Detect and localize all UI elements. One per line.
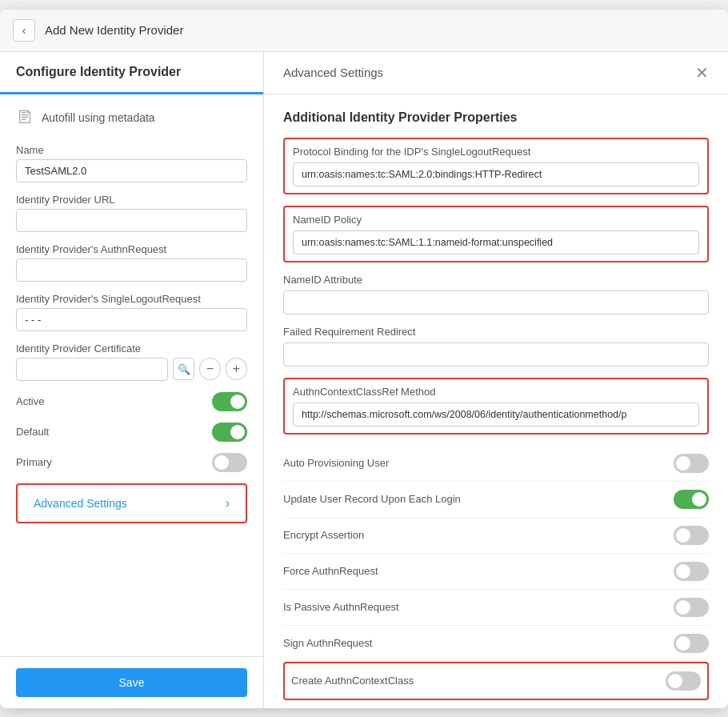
authn-request-input[interactable]	[16, 258, 247, 282]
primary-toggle-row: Primary	[16, 453, 247, 472]
right-toggle-3[interactable]	[674, 562, 709, 581]
left-panel-header: Configure Identity Provider	[0, 52, 263, 94]
right-toggle-row: Update User Record Upon Each Login	[283, 482, 709, 518]
primary-label: Primary	[16, 456, 52, 468]
active-toggle[interactable]	[212, 392, 247, 411]
cert-search-button[interactable]: 🔍	[173, 358, 194, 380]
save-button[interactable]: Save	[16, 668, 247, 697]
failed-redirect-input[interactable]	[283, 342, 709, 367]
right-panel-content: Additional Identity Provider Properties …	[264, 94, 728, 708]
right-toggle-row: Create AuthnContextClass	[283, 662, 709, 700]
slo-request-field-group: Identity Provider's SingleLogoutRequest	[16, 293, 247, 331]
modal-title: Add New Identity Provider	[45, 23, 183, 37]
primary-toggle-slider	[212, 453, 247, 472]
nameid-policy-field-group: NameID Policy	[283, 206, 709, 262]
toggle-slider	[674, 454, 709, 473]
right-toggle-4[interactable]	[674, 598, 709, 617]
right-toggle-row: Encrypt Assertion	[283, 518, 709, 554]
cert-field-group: Identity Provider Certificate 🔍 − +	[16, 342, 247, 381]
cert-minus-button[interactable]: −	[199, 358, 221, 380]
right-toggle-label: Create AuthnContextClass	[291, 675, 414, 687]
autofill-icon: 🖹	[16, 107, 34, 128]
left-panel-content: 🖹 Autofill using metadata Name Identity …	[0, 94, 263, 656]
modal-container: ‹ Add New Identity Provider Configure Id…	[0, 10, 728, 708]
right-toggle-row: Force AuthnRequest	[283, 554, 709, 590]
left-panel-title: Configure Identity Provider	[16, 65, 181, 78]
right-toggle-1[interactable]	[674, 490, 709, 509]
nameid-policy-input[interactable]	[293, 230, 699, 254]
left-panel: Configure Identity Provider 🖹 Autofill u…	[0, 52, 264, 708]
primary-toggle[interactable]	[212, 453, 247, 472]
authn-context-field-group: AuthnContextClassRef Method	[283, 378, 709, 435]
back-button[interactable]: ‹	[13, 19, 35, 42]
cert-label: Identity Provider Certificate	[16, 342, 247, 354]
default-toggle[interactable]	[212, 423, 247, 442]
right-toggle-label: Is Passive AuthnRequest	[283, 601, 399, 613]
nameid-policy-label: NameID Policy	[293, 214, 699, 226]
toggle-slider	[674, 598, 709, 617]
right-toggle-label: Force AuthnRequest	[283, 565, 378, 577]
authn-context-input[interactable]	[293, 403, 699, 427]
right-panel-title: Advanced Settings	[283, 66, 383, 79]
failed-redirect-field-group: Failed Requirement Redirect	[283, 326, 709, 367]
right-toggle-2[interactable]	[674, 526, 709, 545]
slo-request-input[interactable]	[16, 308, 247, 331]
failed-redirect-label: Failed Requirement Redirect	[283, 326, 709, 338]
authn-request-label: Identity Provider's AuthnRequest	[16, 243, 247, 255]
authn-context-label: AuthnContextClassRef Method	[293, 386, 699, 398]
cert-input[interactable]	[16, 358, 168, 381]
autofill-row[interactable]: 🖹 Autofill using metadata	[16, 107, 247, 128]
section-title: Additional Identity Provider Properties	[283, 110, 709, 125]
toggle-slider	[674, 490, 709, 509]
protocol-binding-field-group: Protocol Binding for the IDP's SingleLog…	[283, 138, 709, 194]
right-panel-header: Advanced Settings ✕	[264, 52, 728, 94]
right-toggle-label: Auto Provisioning User	[283, 457, 389, 469]
right-toggle-0[interactable]	[674, 454, 709, 473]
name-field-group: Name	[16, 144, 247, 182]
protocol-binding-input[interactable]	[293, 162, 699, 186]
toggle-slider	[674, 526, 709, 545]
left-panel-footer: Save	[0, 656, 263, 708]
idp-url-label: Identity Provider URL	[16, 194, 247, 206]
modal-header: ‹ Add New Identity Provider	[0, 10, 728, 52]
right-toggles: Auto Provisioning UserUpdate User Record…	[283, 446, 709, 700]
default-label: Default	[16, 426, 49, 438]
idp-url-field-group: Identity Provider URL	[16, 194, 247, 232]
name-label: Name	[16, 144, 247, 156]
right-panel: Advanced Settings ✕ Additional Identity …	[264, 52, 728, 708]
right-toggle-label: Update User Record Upon Each Login	[283, 493, 461, 505]
slo-request-label: Identity Provider's SingleLogoutRequest	[16, 293, 247, 305]
active-label: Active	[16, 395, 44, 407]
name-input[interactable]	[16, 159, 247, 182]
toggle-slider	[666, 671, 701, 691]
default-toggle-slider	[212, 423, 247, 442]
chevron-right-icon: ›	[226, 496, 230, 511]
right-toggle-row: Auto Provisioning User	[283, 446, 709, 482]
toggle-slider	[674, 634, 709, 653]
right-toggle-row: Is Passive AuthnRequest	[283, 590, 709, 626]
active-toggle-row: Active	[16, 392, 247, 411]
right-toggle-5[interactable]	[674, 634, 709, 653]
authn-request-field-group: Identity Provider's AuthnRequest	[16, 243, 247, 282]
nameid-attribute-field-group: NameID Attribute	[283, 274, 709, 314]
right-toggle-label: Sign AuthnRequest	[283, 637, 372, 649]
close-button[interactable]: ✕	[695, 65, 709, 81]
cert-row: 🔍 − +	[16, 358, 247, 381]
right-toggle-row: Sign AuthnRequest	[283, 626, 709, 662]
advanced-settings-label: Advanced Settings	[34, 497, 127, 510]
modal-body: Configure Identity Provider 🖹 Autofill u…	[0, 52, 728, 708]
nameid-attribute-input[interactable]	[283, 290, 709, 314]
default-toggle-row: Default	[16, 423, 247, 442]
active-toggle-slider	[212, 392, 247, 411]
advanced-settings-button[interactable]: Advanced Settings ›	[16, 483, 247, 523]
protocol-binding-label: Protocol Binding for the IDP's SingleLog…	[293, 146, 699, 158]
right-toggle-6[interactable]	[666, 671, 701, 691]
autofill-label: Autofill using metadata	[42, 111, 155, 124]
right-toggle-label: Encrypt Assertion	[283, 529, 364, 541]
cert-plus-button[interactable]: +	[226, 358, 247, 380]
idp-url-input[interactable]	[16, 209, 247, 232]
nameid-attribute-label: NameID Attribute	[283, 274, 709, 286]
toggle-slider	[674, 562, 709, 581]
